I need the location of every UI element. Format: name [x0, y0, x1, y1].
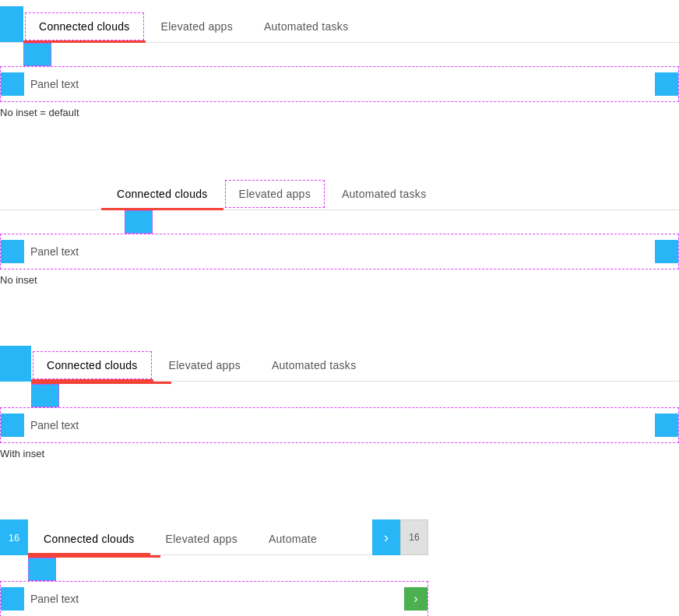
panel-right-icon-4: ›	[404, 587, 427, 611]
panel-4: Panel text ›	[0, 581, 428, 616]
section-1: Connected clouds Elevated apps Automated…	[0, 0, 679, 123]
tab-indicator-4	[28, 558, 56, 581]
tab-indicator-1	[23, 43, 51, 66]
panel-text-4: Panel text	[24, 582, 404, 616]
panel-text-3: Panel text	[24, 408, 655, 442]
panel-text-1: Panel text	[24, 67, 655, 101]
tab-bar-container-4: 16 Connected clouds Elevated apps Automa…	[0, 519, 428, 555]
tab-bar-container-3: Connected clouds Elevated apps Automated…	[0, 346, 679, 382]
tab-automated-tasks-2[interactable]: Automated tasks	[326, 178, 442, 209]
section-4: 16 Connected clouds Elevated apps Automa…	[0, 512, 679, 616]
tab-indicator-3	[31, 384, 59, 407]
tab-selection-box-2	[225, 180, 325, 208]
tab-left-icon-1[interactable]	[0, 6, 23, 42]
tab-automated-tasks-3[interactable]: Automated tasks	[256, 350, 371, 381]
section-label-2: No inset	[0, 274, 679, 286]
scroll-right-4[interactable]: ›	[372, 519, 400, 555]
panel-left-icon-1	[1, 72, 24, 96]
tabs-overflow-4: Connected clouds Elevated apps Automate	[28, 523, 372, 555]
panel-right-icon-1	[655, 72, 678, 96]
panel-right-icon-2	[655, 240, 678, 263]
tab-elevated-apps-1[interactable]: Elevated apps	[146, 11, 248, 42]
section-label-1: No inset = default	[0, 107, 679, 118]
tab-indicator-row-2	[0, 210, 679, 234]
inset-left-icon-3	[0, 346, 31, 382]
tab-indicator-2	[125, 210, 153, 234]
panel-left-icon-3	[1, 414, 24, 437]
tab-bar-3: Connected clouds Elevated apps Automated…	[31, 350, 679, 382]
tab-connected-clouds-2[interactable]: Connected clouds	[101, 178, 223, 209]
panel-right-icon-3	[655, 414, 678, 437]
scroll-right-num-4[interactable]: 16	[400, 519, 428, 555]
tab-elevated-apps-3[interactable]: Elevated apps	[153, 350, 256, 381]
tab-connected-clouds-1[interactable]: Connected clouds	[23, 11, 146, 42]
panel-1: Panel text	[0, 66, 679, 102]
section-2: Connected clouds Elevated apps Automated…	[0, 171, 679, 290]
panel-3: Panel text	[0, 407, 679, 443]
tab-connected-clouds-3[interactable]: Connected clouds	[31, 350, 153, 381]
tab-bar-4: Connected clouds Elevated apps Automate	[28, 523, 372, 555]
tab-automated-tasks-4[interactable]: Automate	[253, 523, 332, 554]
tab-bar-1: Connected clouds Elevated apps Automated…	[0, 6, 679, 43]
tab-elevated-apps-4[interactable]: Elevated apps	[150, 523, 253, 554]
panel-text-2: Panel text	[24, 234, 655, 269]
tab-elevated-apps-2[interactable]: Elevated apps	[223, 178, 326, 209]
panel-2: Panel text	[0, 234, 679, 269]
tab-indicator-row-1	[0, 43, 679, 66]
scroll-left-4[interactable]: 16	[0, 519, 28, 555]
section-label-3: With inset	[0, 448, 679, 459]
tab-indicator-row-4	[0, 558, 679, 581]
tab-bar-2: Connected clouds Elevated apps Automated…	[0, 178, 679, 210]
panel-left-icon-4	[1, 587, 24, 611]
tab-automated-tasks-1[interactable]: Automated tasks	[248, 11, 364, 42]
tab-connected-clouds-4[interactable]: Connected clouds	[28, 523, 150, 554]
tab-indicator-row-3	[0, 384, 679, 407]
section-3: Connected clouds Elevated apps Automated…	[0, 338, 679, 464]
panel-left-icon-2	[1, 240, 24, 263]
